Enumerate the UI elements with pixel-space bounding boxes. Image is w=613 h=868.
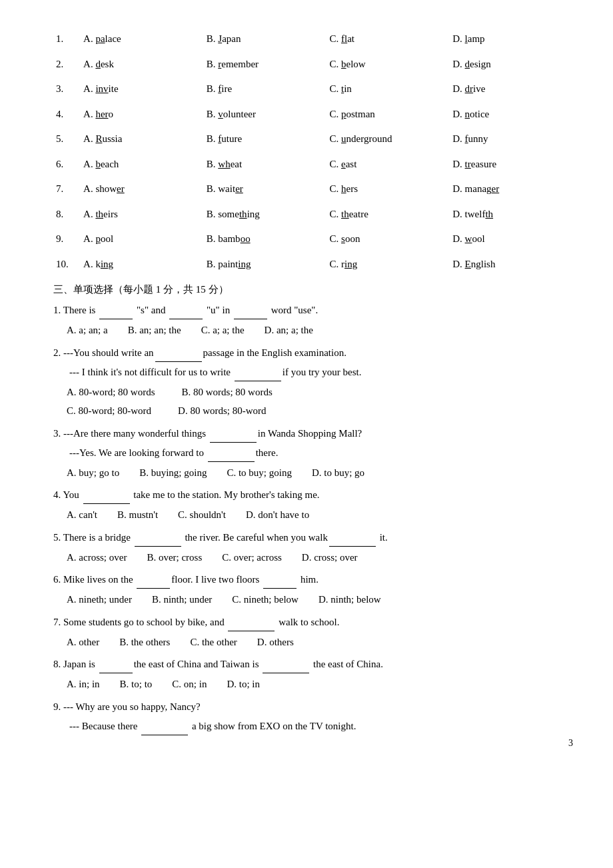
option-c: C. below [327, 52, 450, 77]
option-c: C. over; across [222, 548, 282, 567]
option-b: B. mustn't [117, 505, 158, 525]
option-c: C. the other [190, 633, 237, 652]
table-row: 5. A. Russia B. future C. underground D.… [53, 127, 573, 152]
q4-text: 4. You take me to the station. My brothe… [53, 486, 573, 504]
question-4: 4. You take me to the station. My brothe… [53, 486, 573, 525]
q5-options: A. across; over B. over; cross C. over; … [67, 548, 573, 567]
option-a: A. 80-word; 80 words [67, 383, 155, 402]
option-a: A. can't [67, 505, 97, 525]
option-a: A. buy; go to [67, 463, 119, 483]
option-d: D. ninth; below [318, 590, 381, 609]
option-c: C. nineth; below [232, 590, 299, 609]
row-num: 4. [53, 102, 81, 127]
row-num: 5. [53, 127, 81, 152]
row-num: 2. [53, 52, 81, 77]
option-b: B. future [204, 127, 327, 152]
q2-options2: C. 80-word; 80-word D. 80 words; 80-word [67, 401, 573, 421]
option-d: D. an; a; the [265, 321, 313, 340]
option-b: B. remember [204, 52, 327, 77]
option-a: A. other [67, 633, 99, 652]
q5-text: 5. There is a bridge the river. Be caref… [53, 529, 573, 547]
option-c: C. postman [327, 102, 450, 127]
page-number: 3 [568, 738, 573, 749]
question-5: 5. There is a bridge the river. Be caref… [53, 529, 573, 567]
option-d: D. don't have to [246, 505, 309, 525]
question-1: 1. There is "s" and "u" in word "use". A… [53, 301, 573, 340]
option-b: B. waiter [204, 177, 327, 202]
option-b: B. ninth; under [152, 590, 212, 609]
q1-options: A. a; an; a B. an; an; the C. a; a; the … [67, 321, 573, 340]
q9-text: 9. --- Why are you so happy, Nancy? [53, 698, 573, 716]
table-row: 1. A. palace B. Japan C. flat D. lamp [53, 27, 573, 52]
option-b: B. buying; going [139, 463, 207, 483]
option-b: B. to; to [120, 675, 153, 694]
q6-options: A. nineth; under B. ninth; under C. nine… [67, 590, 573, 609]
row-num: 9. [53, 227, 81, 252]
option-b: B. an; an; the [128, 321, 181, 340]
option-c: C. a; a; the [201, 321, 245, 340]
option-d: D. wool [450, 227, 573, 252]
option-c: C. underground [327, 127, 450, 152]
option-d: D. manager [450, 177, 573, 202]
row-num: 6. [53, 152, 81, 177]
section3: 三、单项选择（每小题 1 分，共 15 分） 1. There is "s" a… [53, 283, 573, 735]
option-d: D. others [257, 633, 294, 652]
option-c: C. ring [327, 252, 450, 277]
option-a: A. across; over [67, 548, 127, 567]
option-d: D. design [450, 52, 573, 77]
table-row: 3. A. invite B. fire C. tin D. drive [53, 77, 573, 102]
q3-text: 3. ---Are there many wonderful things in… [53, 425, 573, 443]
row-num: 10. [53, 252, 81, 277]
option-d: D. twelfth [450, 202, 573, 227]
q2-text: 2. ---You should write anpassage in the … [53, 344, 573, 362]
table-row: 4. A. hero B. volunteer C. postman D. no… [53, 102, 573, 127]
option-a: A. pool [81, 227, 204, 252]
option-d: D. drive [450, 77, 573, 102]
question-3: 3. ---Are there many wonderful things in… [53, 425, 573, 483]
table-row: 10. A. king B. painting C. ring D. Engli… [53, 252, 573, 277]
option-b: B. 80 words; 80 words [182, 383, 273, 402]
option-c: C. east [327, 152, 450, 177]
table-row: 8. A. theirs B. something C. theatre D. … [53, 202, 573, 227]
q2-text2: --- I think it's not difficult for us to… [69, 363, 573, 381]
option-d: D. to; in [227, 675, 260, 694]
table-row: 7. A. shower B. waiter C. hers D. manage… [53, 177, 573, 202]
question-6: 6. Mike lives on the floor. I live two f… [53, 571, 573, 609]
option-a: A. hero [81, 102, 204, 127]
option-d: D. notice [450, 102, 573, 127]
q9-text2: --- Because there a big show from EXO on… [69, 717, 573, 735]
row-num: 1. [53, 27, 81, 52]
option-a: A. a; an; a [67, 321, 108, 340]
option-d: D. 80 words; 80-word [178, 401, 267, 421]
table-row: 6. A. beach B. wheat C. east D. treasure [53, 152, 573, 177]
option-b: B. Japan [204, 27, 327, 52]
row-num: 3. [53, 77, 81, 102]
option-c: C. to buy; going [227, 463, 292, 483]
option-b: B. volunteer [204, 102, 327, 127]
option-d: D. English [450, 252, 573, 277]
option-b: B. bamboo [204, 227, 327, 252]
option-b: B. wheat [204, 152, 327, 177]
q7-options: A. other B. the others C. the other D. o… [67, 633, 573, 652]
option-d: D. treasure [450, 152, 573, 177]
q4-options: A. can't B. mustn't C. shouldn't D. don'… [67, 505, 573, 525]
option-a: A. shower [81, 177, 204, 202]
option-a: A. palace [81, 27, 204, 52]
option-a: A. nineth; under [67, 590, 132, 609]
option-c: C. on; in [172, 675, 207, 694]
option-a: A. invite [81, 77, 204, 102]
question-7: 7. Some students go to school by bike, a… [53, 613, 573, 652]
option-a: A. theirs [81, 202, 204, 227]
row-num: 8. [53, 202, 81, 227]
option-d: D. funny [450, 127, 573, 152]
option-c: C. soon [327, 227, 450, 252]
option-a: A. desk [81, 52, 204, 77]
option-d: D. lamp [450, 27, 573, 52]
question-8: 8. Japan is the east of China and Taiwan… [53, 655, 573, 694]
table-row: 2. A. desk B. remember C. below D. desig… [53, 52, 573, 77]
option-a: A. Russia [81, 127, 204, 152]
q2-options: A. 80-word; 80 words B. 80 words; 80 wor… [67, 383, 573, 402]
option-b: B. something [204, 202, 327, 227]
q1-text: 1. There is "s" and "u" in word "use". [53, 301, 573, 319]
option-c: C. flat [327, 27, 450, 52]
